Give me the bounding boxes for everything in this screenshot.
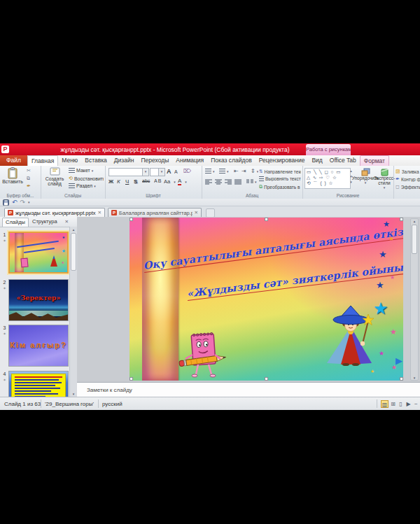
video-frame: P жұлдызды сәт. қысқарғанppt.pptx - Micr… bbox=[0, 0, 420, 524]
decrease-indent-button[interactable]: ⇤ bbox=[234, 168, 239, 174]
scroll-thumb[interactable] bbox=[412, 225, 417, 254]
align-right-button[interactable] bbox=[225, 179, 232, 185]
tab-file[interactable]: Файл bbox=[0, 155, 27, 166]
doc-tab-current[interactable]: P жұлдызды сәт. қысқарғанppt.pptx ✕ bbox=[4, 208, 105, 217]
slide-thumbnail-1[interactable]: ★ ★ ★ bbox=[8, 232, 69, 274]
justify-button[interactable] bbox=[234, 179, 241, 185]
scroll-down-icon[interactable]: ▾ bbox=[411, 376, 418, 380]
font-name-combo[interactable]: ▾ bbox=[108, 168, 149, 176]
font-size-combo[interactable]: ▾ bbox=[150, 168, 165, 176]
line-spacing-button[interactable]: ⇕▾ bbox=[251, 168, 258, 174]
increase-indent-button[interactable]: ⇥ bbox=[241, 168, 246, 174]
strikethrough-button[interactable]: abc bbox=[142, 178, 152, 183]
font-color-button[interactable]: А ▾ bbox=[178, 178, 187, 185]
bold-button[interactable]: Ж bbox=[108, 178, 115, 185]
shape-fill-button[interactable]: ▨ Заливка фигуры bbox=[396, 169, 420, 174]
shrink-font-button[interactable]: А bbox=[174, 169, 178, 174]
doc-tab-other[interactable]: P Балаларға арналған сайттар.pptx ✕ bbox=[108, 208, 202, 217]
scroll-up-icon[interactable]: ▴ bbox=[411, 219, 418, 223]
powerpoint-app-icon[interactable]: P bbox=[1, 146, 9, 153]
undo-icon[interactable]: ↶ bbox=[12, 199, 18, 206]
dropdown-icon: ▾ bbox=[255, 180, 257, 184]
columns-button[interactable]: ▾ bbox=[246, 179, 257, 185]
shadow-button[interactable]: S bbox=[134, 178, 139, 185]
scroll-up-icon[interactable]: ▴ bbox=[70, 227, 77, 232]
zoom-out-button[interactable]: − bbox=[414, 401, 418, 407]
arrange-button[interactable]: Упорядочить ▾ bbox=[356, 168, 375, 185]
tab-animations[interactable]: Анимация bbox=[172, 155, 207, 166]
selection-handle[interactable] bbox=[400, 218, 403, 221]
bullets-button[interactable]: ▾ bbox=[205, 169, 215, 174]
dropdown-icon[interactable]: ▾ bbox=[142, 169, 148, 176]
italic-button[interactable]: К bbox=[117, 178, 122, 185]
convert-smartart-button[interactable]: ⧉ Преобразовать в SmartArt bbox=[259, 184, 301, 190]
selection-handle[interactable] bbox=[130, 377, 133, 381]
tab-office-tab[interactable]: Office Tab bbox=[326, 155, 360, 166]
scroll-down-icon[interactable]: ▾ bbox=[70, 392, 77, 396]
slide-thumbnail-2[interactable]: «Зеректер» bbox=[8, 279, 69, 321]
layout-button[interactable]: Макет ▾ bbox=[69, 168, 104, 173]
view-normal-button[interactable]: ▥ bbox=[381, 400, 388, 408]
slide-star: ★ bbox=[370, 369, 374, 374]
shape-outline-button[interactable]: ✒ Контур фигуры bbox=[396, 176, 420, 182]
new-slide-button[interactable]: Создать слайд bbox=[43, 167, 66, 187]
tab-outline[interactable]: Структура bbox=[29, 218, 60, 227]
tab-slideshow[interactable]: Показ слайдов bbox=[207, 155, 255, 166]
slide-thumbnail-4[interactable] bbox=[8, 371, 69, 397]
paste-button[interactable]: Вставить bbox=[4, 167, 22, 184]
language-indicator[interactable]: русский bbox=[102, 401, 122, 407]
selection-handle[interactable] bbox=[265, 218, 268, 221]
underline-button[interactable]: Ч bbox=[125, 178, 131, 185]
dropdown-icon[interactable]: ▾ bbox=[158, 169, 164, 176]
editor-scrollbar[interactable]: ▴ ▾ bbox=[410, 218, 419, 381]
view-slideshow-button[interactable]: ▶ bbox=[405, 400, 412, 408]
gallery-up-icon[interactable]: ▴ bbox=[349, 168, 354, 174]
clear-formatting-button[interactable]: ⌦ bbox=[183, 168, 191, 174]
notes-pane[interactable]: Заметки к слайду bbox=[77, 382, 420, 397]
format-painter-button[interactable]: ✒ bbox=[27, 183, 31, 189]
align-left-button[interactable] bbox=[205, 179, 212, 185]
redo-icon[interactable]: ↷ bbox=[20, 199, 26, 206]
view-reading-button[interactable]: ▯ bbox=[397, 400, 405, 408]
tab-transitions[interactable]: Переходы bbox=[137, 155, 172, 166]
shapes-gallery[interactable]: ▭ ╲ ╲ ◻ ○ ▭ △ ∿ ⇨ ♡ ☆ ⟲ ⌒ ( ) ☆ bbox=[304, 168, 351, 189]
cut-button[interactable]: ✂ bbox=[27, 168, 31, 174]
section-button[interactable]: Раздел ▾ bbox=[69, 183, 104, 188]
scroll-thumb[interactable] bbox=[71, 233, 76, 271]
selection-handle[interactable] bbox=[265, 377, 268, 381]
selection-handle[interactable] bbox=[130, 218, 133, 221]
slide-star: ★ bbox=[379, 350, 384, 357]
quick-styles-button[interactable]: Экспресс-стили ▾ bbox=[375, 168, 393, 190]
slides-panel-scrollbar[interactable]: ▴ ▾ bbox=[69, 227, 77, 397]
tab-view[interactable]: Вид bbox=[308, 155, 326, 166]
tab-format[interactable]: Формат bbox=[360, 155, 389, 166]
theme-name[interactable]: '29_Вершина горы' bbox=[45, 401, 94, 407]
numbering-button[interactable]: ▾ bbox=[219, 169, 229, 174]
align-text-button[interactable]: Выровнять текст bbox=[259, 176, 301, 181]
close-tab-icon[interactable]: ✕ bbox=[98, 210, 102, 215]
copy-button[interactable]: ⧉ bbox=[27, 176, 30, 181]
view-slide-sorter-button[interactable]: ⊞ bbox=[389, 400, 397, 408]
status-bar: Слайд 1 из 63 '29_Вершина горы' русский … bbox=[0, 397, 420, 410]
save-icon[interactable] bbox=[3, 199, 9, 206]
close-panel-icon[interactable]: ✕ bbox=[65, 219, 69, 225]
tab-insert[interactable]: Вставка bbox=[81, 155, 111, 166]
tab-home[interactable]: Главная bbox=[27, 155, 58, 166]
grow-font-button[interactable]: А bbox=[167, 168, 172, 175]
close-tab-icon[interactable]: ✕ bbox=[195, 210, 198, 215]
tab-menu[interactable]: Меню bbox=[58, 155, 81, 166]
char-spacing-button[interactable]: АВ bbox=[154, 178, 164, 183]
reset-button[interactable]: ⟲ Восстановить bbox=[69, 176, 104, 181]
next-arrow[interactable]: ▶ bbox=[396, 356, 402, 365]
change-case-button[interactable]: Аа ▾ bbox=[164, 178, 176, 185]
selection-handle[interactable] bbox=[400, 377, 403, 381]
shape-effects-button[interactable]: ◻ Эффекты фигур bbox=[396, 184, 420, 190]
tab-review[interactable]: Рецензирование bbox=[255, 155, 309, 166]
align-center-button[interactable] bbox=[215, 179, 222, 185]
text-direction-button[interactable]: ⇅ Направление текста bbox=[259, 169, 301, 174]
tab-design[interactable]: Дизайн bbox=[111, 155, 138, 166]
slide-thumbnail-3[interactable]: Кім алғыр? bbox=[8, 325, 69, 367]
slide-canvas[interactable]: Оқу сауаттылығы апталығы аясында өткізіл… bbox=[130, 218, 403, 381]
qat-dropdown-icon[interactable]: ▾ bbox=[28, 200, 30, 204]
tab-slides-thumbnails[interactable]: Слайды bbox=[2, 218, 29, 227]
